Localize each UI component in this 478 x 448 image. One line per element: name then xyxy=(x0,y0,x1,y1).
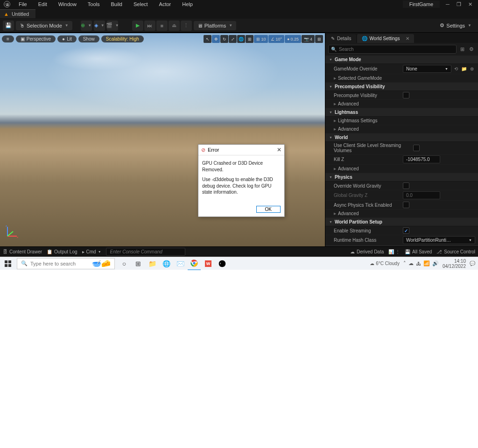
clock[interactable]: 14:10 04/12/2022 xyxy=(443,259,466,269)
content-drawer-button[interactable]: 🗄Content Drawer xyxy=(3,249,42,254)
minimize-icon[interactable]: ─ xyxy=(444,1,451,7)
skip-button[interactable]: ⏭ xyxy=(144,21,155,31)
rotate-tool-button[interactable]: ↻ xyxy=(220,35,228,43)
stats-button[interactable]: 📊 ⋮ xyxy=(388,249,400,254)
notifications-icon[interactable]: 💬 xyxy=(470,261,475,266)
weather-widget[interactable]: ☁ 6°C Cloudy xyxy=(370,261,400,266)
translate-tool-button[interactable]: ✥ xyxy=(212,35,220,43)
menu-tools[interactable]: Tools xyxy=(82,0,105,8)
prop-selected-gamemode-label[interactable]: ▶Selected GameMode xyxy=(334,76,403,81)
viewport-layout-button[interactable]: ⊞ xyxy=(315,35,323,43)
prop-advanced-2[interactable]: ▶Advanced xyxy=(334,126,403,132)
eject-button[interactable]: ⏏ xyxy=(169,21,180,31)
output-log-button[interactable]: 📋Output Log xyxy=(47,249,77,254)
async-physics-checkbox[interactable] xyxy=(403,202,409,208)
tab-close-icon[interactable]: ✕ xyxy=(406,36,409,41)
settings-icon[interactable]: ⚙ xyxy=(468,46,475,53)
cortana-icon[interactable]: ○ xyxy=(118,257,131,270)
start-button[interactable] xyxy=(0,257,16,270)
tab-world-settings[interactable]: 🌐World Settings✕ xyxy=(357,34,415,43)
play-options-button[interactable]: ⋮ xyxy=(181,21,192,31)
tab-details[interactable]: ✎Details xyxy=(326,34,356,43)
enable-streaming-checkbox[interactable] xyxy=(403,227,409,234)
select-tool-button[interactable]: ↖ xyxy=(204,35,211,43)
unreal-taskbar-icon[interactable] xyxy=(216,257,229,270)
camera-speed-button[interactable]: 📷4 xyxy=(302,35,315,43)
volume-icon[interactable]: 🔊 xyxy=(432,260,439,266)
dialog-close-button[interactable]: ✕ xyxy=(277,147,281,153)
save-button[interactable]: 💾 xyxy=(3,21,14,31)
taskbar-search[interactable]: 🔍 Type here to search 🥣🧀 xyxy=(17,258,115,269)
category-lightmass[interactable]: ▼Lightmass xyxy=(325,108,478,117)
source-control-button[interactable]: ⎇Source Control xyxy=(436,249,475,254)
onedrive-icon[interactable]: ☁ xyxy=(408,260,414,266)
map-tab[interactable]: ▲ Untitled xyxy=(0,9,35,18)
all-saved-button[interactable]: 💾All Saved xyxy=(405,249,432,254)
angle-snap-button[interactable]: ∠10° xyxy=(268,35,284,43)
global-gravity-input[interactable] xyxy=(403,191,440,199)
viewport[interactable]: ≡ ▣Perspective ●Lit Show Scalability: Hi… xyxy=(0,33,325,246)
wps-icon[interactable]: W xyxy=(202,257,215,270)
gamemode-override-select[interactable]: None▼ xyxy=(403,65,451,73)
prop-advanced-3[interactable]: ▶Advanced xyxy=(334,166,403,171)
scalability-button[interactable]: Scalability: High xyxy=(101,35,144,42)
explorer-icon[interactable]: 📁 xyxy=(146,257,159,270)
killz-input[interactable] xyxy=(403,155,440,163)
mail-icon[interactable]: ✉️ xyxy=(174,257,187,270)
use-selected-icon[interactable]: ⟲ xyxy=(453,66,459,72)
selection-mode-button[interactable]: 🖱 Selection Mode ▼ xyxy=(16,21,72,30)
menu-build[interactable]: Build xyxy=(105,0,128,8)
perspective-button[interactable]: ▣Perspective xyxy=(16,35,56,42)
category-physics[interactable]: ▼Physics xyxy=(325,173,478,182)
search-input[interactable] xyxy=(328,45,457,54)
prop-advanced-1[interactable]: ▶Advanced xyxy=(334,101,403,106)
network-icon[interactable]: 🖧 xyxy=(416,261,421,266)
category-world[interactable]: ▼World xyxy=(325,133,478,142)
override-gravity-checkbox[interactable] xyxy=(403,182,409,189)
new-icon[interactable]: ⊕ xyxy=(469,66,475,72)
menu-help[interactable]: Help xyxy=(176,0,198,8)
cmd-button[interactable]: ▸Cmd▼ xyxy=(82,249,101,254)
cinematics-button[interactable]: 🎬▼ xyxy=(107,21,118,31)
maximize-icon[interactable]: ❐ xyxy=(456,1,462,7)
ok-button[interactable]: OK xyxy=(256,206,281,213)
project-name-button[interactable]: FirstGame xyxy=(403,0,440,8)
browse-icon[interactable]: 📁 xyxy=(461,66,467,72)
menu-edit[interactable]: Edit xyxy=(33,0,53,8)
viewport-menu-button[interactable]: ≡ xyxy=(2,35,14,42)
play-button[interactable]: ▶ xyxy=(132,21,143,31)
blueprints-button[interactable]: ◈▼ xyxy=(94,21,105,31)
menu-actor[interactable]: Actor xyxy=(154,0,177,8)
wifi-icon[interactable]: 📶 xyxy=(423,260,430,266)
add-content-button[interactable]: ⊕▼ xyxy=(81,21,92,31)
tray-chevron-icon[interactable]: ˄ xyxy=(403,260,406,266)
category-precomputed[interactable]: ▼Precomputed Visibility xyxy=(325,83,478,91)
close-icon[interactable]: ✕ xyxy=(467,1,473,7)
taskview-icon[interactable]: ⊞ xyxy=(132,257,145,270)
scale-snap-button[interactable]: ●0.25 xyxy=(285,35,301,43)
category-gamemode[interactable]: ▼Game Mode xyxy=(325,56,478,64)
stop-button[interactable]: ■ xyxy=(156,21,168,31)
category-partition[interactable]: ▼World Partition Setup xyxy=(325,218,478,226)
lit-button[interactable]: ●Lit xyxy=(57,35,77,42)
use-client-checkbox[interactable] xyxy=(413,145,420,151)
edge-icon[interactable]: 🌐 xyxy=(160,257,173,270)
property-list[interactable]: ▼Game Mode GameMode OverrideNone▼⟲📁⊕ ▶Se… xyxy=(325,56,478,246)
view-options-icon[interactable]: ⊞ xyxy=(458,46,466,53)
chrome-icon[interactable] xyxy=(188,257,201,270)
grid-snap-button[interactable]: ⊞10 xyxy=(254,35,268,43)
hash-class-select[interactable]: WorldPartitionRuntimeSpatialHash▼ xyxy=(403,236,475,244)
prop-lightmass-settings[interactable]: ▶Lightmass Settings xyxy=(334,118,403,123)
console-input[interactable] xyxy=(106,248,185,256)
settings-button[interactable]: ⚙ Settings ▼ xyxy=(436,21,475,30)
scale-tool-button[interactable]: ⤢ xyxy=(229,35,237,43)
precompute-vis-checkbox[interactable] xyxy=(403,92,409,98)
menu-file[interactable]: File xyxy=(13,0,33,8)
platforms-button[interactable]: 🖥 Platforms ▼ xyxy=(194,21,236,30)
menu-window[interactable]: Window xyxy=(53,0,82,8)
prop-advanced-4[interactable]: ▶Advanced xyxy=(334,211,403,216)
derived-data-button[interactable]: ☁Derived Data xyxy=(350,249,384,254)
show-button[interactable]: Show xyxy=(78,35,99,42)
surface-snap-button[interactable]: ⊞ xyxy=(246,35,253,43)
world-local-button[interactable]: 🌐 xyxy=(237,35,245,43)
